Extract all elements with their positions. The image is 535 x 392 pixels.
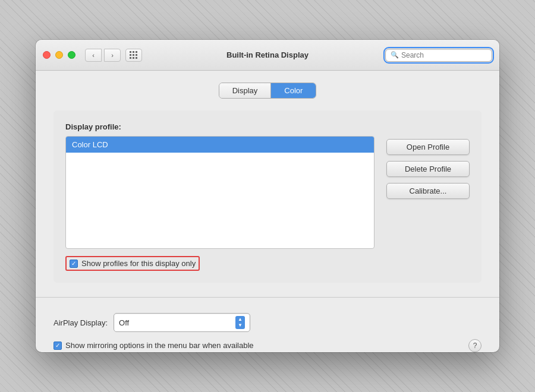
mirroring-row: ✓ Show mirroring options in the menu bar… bbox=[54, 339, 482, 352]
back-button[interactable]: ‹ bbox=[85, 49, 102, 62]
tab-color[interactable]: Color bbox=[271, 83, 316, 98]
airplay-row: AirPlay Display: Off ▲ ▼ bbox=[54, 313, 482, 331]
arrow-up-icon: ▲ bbox=[238, 317, 243, 323]
tabs-container: Display Color bbox=[54, 83, 482, 99]
airplay-label: AirPlay Display: bbox=[54, 318, 108, 327]
profile-list[interactable]: Color LCD bbox=[65, 136, 374, 249]
grid-button[interactable] bbox=[125, 49, 142, 62]
airplay-dropdown[interactable]: Off ▲ ▼ bbox=[114, 313, 250, 331]
bottom-section: AirPlay Display: Off ▲ ▼ ✓ Show mirrorin… bbox=[36, 305, 499, 352]
question-mark-icon: ? bbox=[473, 342, 477, 350]
minimize-button[interactable] bbox=[55, 51, 63, 59]
profile-item[interactable]: Color LCD bbox=[66, 137, 374, 153]
close-button[interactable] bbox=[43, 51, 51, 59]
tab-group: Display Color bbox=[219, 83, 317, 99]
divider bbox=[36, 297, 499, 298]
profile-label: Display profile: bbox=[65, 122, 374, 131]
tab-display[interactable]: Display bbox=[219, 83, 272, 98]
traffic-lights bbox=[43, 51, 75, 59]
calibrate-button[interactable]: Calibrate... bbox=[386, 183, 470, 199]
back-icon: ‹ bbox=[92, 52, 95, 59]
forward-button[interactable]: › bbox=[104, 49, 121, 62]
mirroring-checkbox[interactable]: ✓ bbox=[54, 342, 62, 350]
nav-buttons: ‹ › bbox=[85, 49, 121, 62]
mirroring-checkmark-icon: ✓ bbox=[55, 343, 60, 349]
delete-profile-button[interactable]: Delete Profile bbox=[386, 161, 470, 177]
show-profiles-row: ✓ Show profiles for this display only bbox=[65, 256, 200, 271]
right-panel: Open Profile Delete Profile Calibrate... bbox=[386, 139, 470, 271]
show-profiles-label: Show profiles for this display only bbox=[81, 259, 196, 268]
main-panel: Display profile: Color LCD ✓ Show profil… bbox=[54, 110, 482, 283]
search-input[interactable] bbox=[401, 51, 487, 59]
dropdown-arrows: ▲ ▼ bbox=[235, 316, 245, 328]
window: ‹ › Built-in Retina Display 🔍 Display Co bbox=[36, 40, 499, 352]
content: Display Color Display profile: Color LCD… bbox=[36, 71, 499, 297]
open-profile-button[interactable]: Open Profile bbox=[386, 139, 470, 155]
search-box[interactable]: 🔍 bbox=[385, 49, 492, 62]
search-icon: 🔍 bbox=[391, 51, 399, 59]
arrow-down-icon: ▼ bbox=[238, 323, 243, 328]
airplay-value: Off bbox=[119, 318, 232, 327]
mirroring-left: ✓ Show mirroring options in the menu bar… bbox=[54, 341, 254, 350]
mirroring-label: Show mirroring options in the menu bar w… bbox=[65, 341, 254, 350]
titlebar: ‹ › Built-in Retina Display 🔍 bbox=[36, 40, 499, 71]
show-profiles-checkbox[interactable]: ✓ bbox=[70, 260, 78, 268]
forward-icon: › bbox=[111, 52, 114, 59]
checkmark-icon: ✓ bbox=[71, 261, 76, 267]
left-panel: Display profile: Color LCD ✓ Show profil… bbox=[65, 122, 374, 271]
maximize-button[interactable] bbox=[68, 51, 75, 59]
grid-icon bbox=[130, 51, 138, 59]
window-title: Built-in Retina Display bbox=[226, 50, 309, 59]
help-button[interactable]: ? bbox=[468, 339, 482, 352]
